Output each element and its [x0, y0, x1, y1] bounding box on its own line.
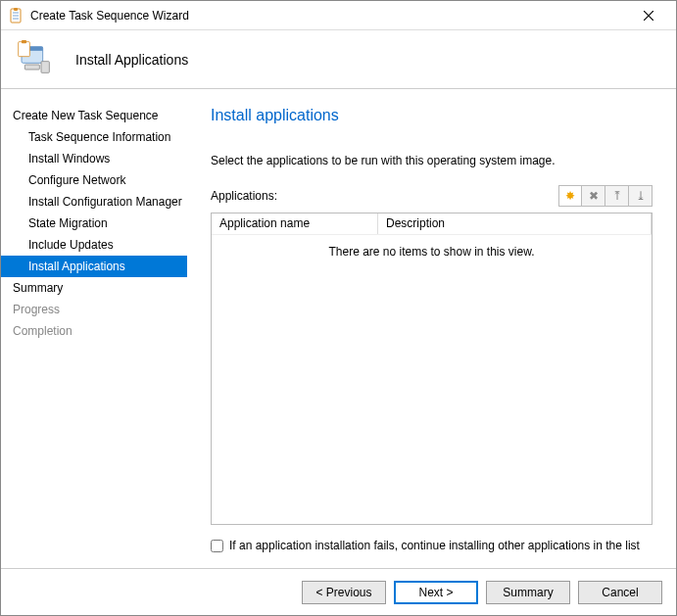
page-title: Install applications	[211, 107, 653, 124]
sidebar-item-completion: Completion	[1, 320, 187, 342]
cancel-button[interactable]: Cancel	[578, 581, 662, 604]
wizard-icon	[17, 40, 56, 79]
svg-rect-1	[14, 8, 18, 11]
column-description[interactable]: Description	[378, 213, 652, 234]
svg-rect-12	[22, 40, 26, 43]
grid-empty-text: There are no items to show in this view.	[212, 235, 652, 268]
delete-icon: ✖	[589, 189, 599, 203]
header-step-title: Install Applications	[75, 52, 188, 68]
sidebar-item-task-sequence-information[interactable]: Task Sequence Information	[1, 126, 187, 148]
sidebar-item-state-migration[interactable]: State Migration	[1, 213, 187, 234]
column-application-name[interactable]: Application name	[212, 213, 378, 234]
body-area: Create New Task Sequence Task Sequence I…	[1, 89, 676, 568]
applications-toolbar: ✸ ✖ ⤒ ⤓	[558, 185, 653, 207]
sidebar-item-summary[interactable]: Summary	[1, 277, 187, 299]
sidebar-group-create: Create New Task Sequence	[1, 105, 187, 126]
toolbar-move-down-button: ⤓	[629, 185, 653, 207]
toolbar-delete-button: ✖	[582, 185, 605, 207]
previous-button[interactable]: < Previous	[302, 581, 386, 604]
sidebar-item-progress: Progress	[1, 299, 187, 320]
sidebar-item-configure-network[interactable]: Configure Network	[1, 169, 187, 191]
close-button[interactable]	[629, 2, 668, 29]
sidebar-item-include-updates[interactable]: Include Updates	[1, 234, 187, 256]
window-title: Create Task Sequence Wizard	[30, 9, 629, 23]
sidebar-item-install-configuration-manager[interactable]: Install Configuration Manager	[1, 191, 187, 213]
app-icon	[9, 8, 24, 24]
sidebar-item-install-applications[interactable]: Install Applications	[1, 256, 187, 277]
main-pane: Install applications Select the applicat…	[187, 89, 676, 568]
continue-on-fail-checkbox[interactable]	[211, 540, 223, 552]
svg-rect-10	[24, 65, 39, 70]
instructions-text: Select the applications to be run with t…	[211, 154, 653, 167]
applications-grid[interactable]: Application name Description There are n…	[211, 213, 653, 525]
summary-button[interactable]: Summary	[486, 581, 570, 604]
header-band: Install Applications	[1, 30, 676, 89]
sidebar-item-install-windows[interactable]: Install Windows	[1, 148, 187, 169]
next-button[interactable]: Next >	[394, 581, 478, 604]
wizard-window: Create Task Sequence Wizard Install Appl…	[0, 0, 677, 616]
grid-header: Application name Description	[212, 213, 652, 235]
continue-on-fail-label: If an application installation fails, co…	[229, 539, 640, 552]
applications-label: Applications:	[211, 189, 558, 203]
svg-rect-11	[19, 41, 30, 56]
toolbar-move-up-button: ⤒	[605, 185, 629, 207]
move-up-icon: ⤒	[612, 189, 622, 203]
titlebar: Create Task Sequence Wizard	[1, 1, 676, 30]
wizard-footer: < Previous Next > Summary Cancel	[1, 568, 676, 615]
move-down-icon: ⤓	[636, 189, 646, 203]
continue-on-fail-row[interactable]: If an application installation fails, co…	[211, 539, 653, 552]
wizard-sidebar: Create New Task Sequence Task Sequence I…	[1, 89, 187, 568]
toolbar-new-button[interactable]: ✸	[558, 185, 582, 207]
svg-rect-9	[41, 61, 49, 72]
star-icon: ✸	[565, 189, 575, 203]
